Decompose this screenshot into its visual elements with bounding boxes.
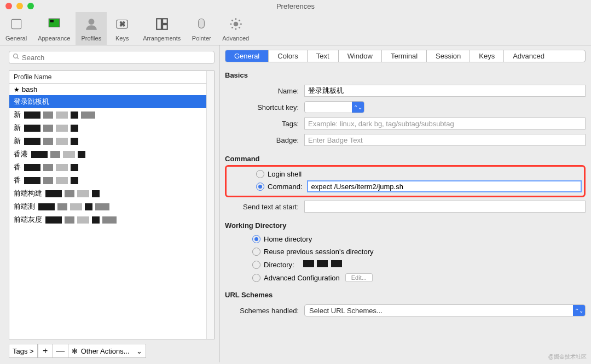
- keys-icon: ⌘: [112, 14, 132, 34]
- svg-rect-0: [11, 19, 21, 28]
- svg-rect-9: [199, 19, 205, 28]
- tab-session[interactable]: Session: [427, 50, 470, 62]
- toolbar-label: Advanced: [222, 35, 249, 42]
- toolbar-label: General: [5, 35, 27, 42]
- reuse-dir-label: Reuse previous session's directory: [264, 248, 373, 256]
- watermark: @掘金技术社区: [548, 353, 587, 361]
- url-schemes-heading: URL Schemes: [225, 291, 586, 299]
- name-label: Name:: [225, 87, 304, 95]
- profile-row[interactable]: 前端灰度: [9, 213, 214, 226]
- basics-heading: Basics: [225, 71, 586, 79]
- other-actions-menu[interactable]: ✻ Other Actions... ⌄: [68, 344, 146, 358]
- profile-row[interactable]: 新: [9, 108, 214, 121]
- profile-label: 香港: [14, 149, 28, 159]
- edit-button[interactable]: Edit...: [345, 273, 373, 282]
- command-field[interactable]: [307, 180, 582, 192]
- toolbar-label: Profiles: [81, 35, 101, 42]
- search-icon: [13, 53, 20, 62]
- scrollbar[interactable]: [206, 71, 214, 339]
- svg-rect-6: [157, 19, 161, 30]
- profile-search[interactable]: [9, 51, 215, 64]
- redacted: [44, 216, 117, 224]
- profile-label: 前端测: [14, 202, 35, 212]
- profile-label: 前端灰度: [14, 215, 42, 225]
- svg-rect-7: [163, 19, 167, 24]
- gear-icon: ✻: [72, 347, 78, 355]
- tags-toggle[interactable]: Tags >: [9, 344, 38, 358]
- badge-label: Badge:: [225, 136, 304, 144]
- profile-row[interactable]: 新: [9, 121, 214, 134]
- tab-advanced[interactable]: Advanced: [504, 50, 553, 62]
- tab-keys[interactable]: Keys: [470, 50, 504, 62]
- add-profile-button[interactable]: +: [38, 344, 53, 358]
- directory-radio[interactable]: [252, 261, 260, 269]
- profile-list-header: Profile Name: [9, 71, 214, 84]
- svg-text:⌘: ⌘: [119, 21, 125, 27]
- profile-label: 香: [14, 175, 21, 185]
- profile-row[interactable]: 前端构建: [9, 187, 214, 200]
- appearance-icon: [44, 14, 64, 34]
- tab-colors[interactable]: Colors: [269, 50, 308, 62]
- toolbar-arrangements[interactable]: Arrangements: [137, 12, 186, 45]
- toolbar-label: Appearance: [38, 35, 70, 42]
- preferences-toolbar: GeneralAppearanceProfiles⌘KeysArrangemen…: [0, 12, 591, 45]
- profile-row[interactable]: ★bash: [9, 84, 214, 95]
- shortcut-select[interactable]: ⌃⌄: [304, 101, 364, 113]
- remove-profile-button[interactable]: —: [53, 344, 68, 358]
- profile-search-input[interactable]: [22, 54, 211, 62]
- toolbar-general[interactable]: General: [0, 12, 32, 45]
- login-shell-radio[interactable]: [256, 170, 264, 178]
- chevron-updown-icon: ⌃⌄: [352, 101, 364, 113]
- tab-text[interactable]: Text: [308, 50, 339, 62]
- advanced-icon: [226, 14, 246, 34]
- redacted: [37, 203, 109, 210]
- svg-point-10: [233, 22, 238, 27]
- toolbar-profiles[interactable]: Profiles: [76, 12, 107, 45]
- command-heading: Command: [225, 155, 586, 163]
- advanced-config-label: Advanced Configuration: [264, 274, 340, 282]
- tab-terminal[interactable]: Terminal: [382, 50, 427, 62]
- command-radio[interactable]: [256, 183, 264, 191]
- profile-label: bash: [22, 85, 37, 93]
- profile-tabs: GeneralColorsTextWindowTerminalSessionKe…: [225, 50, 586, 62]
- advanced-config-radio[interactable]: [252, 274, 260, 282]
- profile-row[interactable]: 新: [9, 134, 214, 148]
- profile-label: 登录跳板机: [14, 97, 49, 107]
- command-label: Command:: [268, 183, 303, 191]
- profile-row[interactable]: 香: [9, 174, 214, 187]
- pointer-icon: [192, 14, 211, 34]
- zoom-window-button[interactable]: [27, 3, 34, 9]
- tab-general[interactable]: General: [225, 50, 269, 62]
- send-text-field[interactable]: [304, 201, 586, 213]
- chevron-down-icon: ⌄: [136, 347, 142, 355]
- profile-row[interactable]: 前端测: [9, 200, 214, 213]
- svg-point-11: [14, 54, 18, 58]
- tags-field[interactable]: [304, 118, 586, 130]
- home-dir-label: Home directory: [264, 235, 312, 243]
- redacted: [23, 138, 78, 145]
- toolbar-keys[interactable]: ⌘Keys: [107, 12, 137, 45]
- profile-row[interactable]: 香: [9, 161, 214, 174]
- toolbar-appearance[interactable]: Appearance: [32, 12, 76, 45]
- close-window-button[interactable]: [5, 3, 12, 9]
- tab-window[interactable]: Window: [339, 50, 382, 62]
- schemes-select[interactable]: Select URL Schemes... ⌃⌄: [304, 304, 586, 316]
- star-icon: ★: [14, 86, 20, 93]
- toolbar-advanced[interactable]: Advanced: [217, 12, 254, 45]
- login-shell-label: Login shell: [268, 170, 302, 178]
- profile-row[interactable]: 登录跳板机: [9, 95, 214, 108]
- home-dir-radio[interactable]: [252, 235, 260, 243]
- toolbar-pointer[interactable]: Pointer: [186, 12, 217, 45]
- profile-label: 前端构建: [14, 189, 42, 198]
- profile-row[interactable]: 香港: [9, 148, 214, 161]
- minimize-window-button[interactable]: [16, 3, 23, 9]
- name-field[interactable]: [304, 85, 586, 97]
- badge-field[interactable]: [304, 134, 586, 146]
- profile-label: 新: [14, 110, 21, 120]
- reuse-dir-radio[interactable]: [252, 248, 260, 256]
- window-title: Preferences: [276, 2, 315, 10]
- redacted: [23, 177, 78, 184]
- svg-point-3: [88, 19, 94, 25]
- redacted: [44, 190, 100, 197]
- directory-label: Directory:: [264, 261, 294, 269]
